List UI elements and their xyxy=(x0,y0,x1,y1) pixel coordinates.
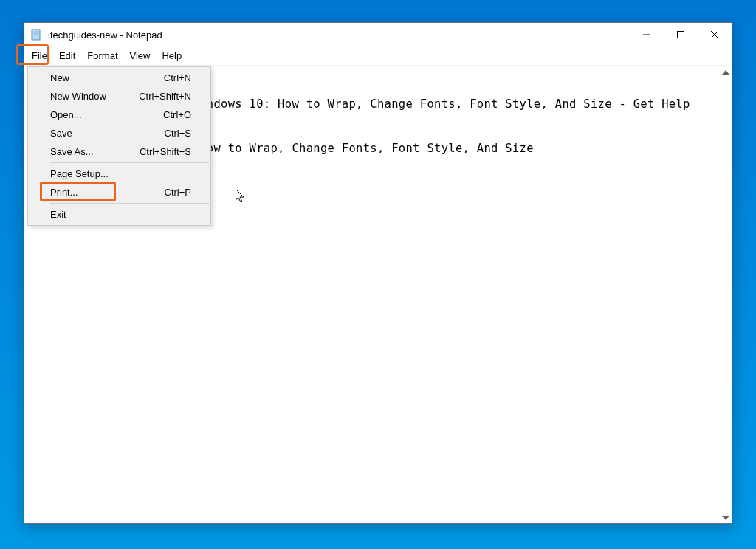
menu-separator xyxy=(50,203,209,204)
menu-item-open[interactable]: Open... Ctrl+O xyxy=(30,106,209,124)
window-title: itechguides-new - Notepad xyxy=(48,30,630,41)
menu-item-shortcut: Ctrl+N xyxy=(164,72,191,83)
menu-item-label: Page Setup... xyxy=(50,168,109,179)
menu-item-label: Print... xyxy=(50,187,78,198)
file-dropdown-menu: New Ctrl+N New Window Ctrl+Shift+N Open.… xyxy=(27,66,211,226)
menu-format[interactable]: Format xyxy=(81,47,123,64)
menu-item-label: New xyxy=(50,72,69,83)
menu-item-shortcut: Ctrl+P xyxy=(165,187,191,198)
menu-item-shortcut: Ctrl+Shift+N xyxy=(139,91,191,102)
mouse-cursor-icon xyxy=(236,189,246,207)
menu-help[interactable]: Help xyxy=(156,47,188,64)
menu-item-shortcut: Ctrl+S xyxy=(165,128,191,139)
menu-item-label: Open... xyxy=(50,109,82,120)
notepad-window: itechguides-new - Notepad File Edit Form… xyxy=(24,22,732,524)
notepad-icon xyxy=(30,29,42,41)
menu-file[interactable]: File xyxy=(26,47,53,64)
menu-item-label: Exit xyxy=(50,209,66,220)
menu-item-label: Save As... xyxy=(50,146,94,157)
titlebar[interactable]: itechguides-new - Notepad xyxy=(24,23,732,46)
vertical-scrollbar[interactable] xyxy=(719,66,732,523)
menu-view[interactable]: View xyxy=(124,47,157,64)
minimize-button[interactable] xyxy=(630,23,664,46)
menu-item-save-as[interactable]: Save As... Ctrl+Shift+S xyxy=(30,142,209,161)
menu-item-label: New Window xyxy=(50,91,106,102)
menu-item-exit[interactable]: Exit xyxy=(30,205,209,224)
menu-separator xyxy=(50,162,209,163)
menubar: File Edit Format View Help xyxy=(24,46,732,66)
menu-item-label: Save xyxy=(50,128,72,139)
menu-item-shortcut: Ctrl+O xyxy=(163,109,191,120)
menu-item-page-setup[interactable]: Page Setup... xyxy=(30,165,209,183)
svg-rect-6 xyxy=(678,32,684,38)
menu-edit[interactable]: Edit xyxy=(53,47,81,64)
scroll-down-icon[interactable] xyxy=(722,513,729,522)
scroll-up-icon[interactable] xyxy=(722,67,729,76)
menu-item-new[interactable]: New Ctrl+N xyxy=(30,69,209,87)
menu-item-new-window[interactable]: New Window Ctrl+Shift+N xyxy=(30,87,209,106)
menu-item-save[interactable]: Save Ctrl+S xyxy=(30,124,209,142)
menu-item-shortcut: Ctrl+Shift+S xyxy=(140,146,191,157)
window-controls xyxy=(630,23,732,46)
close-button[interactable] xyxy=(698,23,732,46)
maximize-button[interactable] xyxy=(664,23,698,46)
menu-item-print[interactable]: Print... Ctrl+P xyxy=(30,183,209,201)
